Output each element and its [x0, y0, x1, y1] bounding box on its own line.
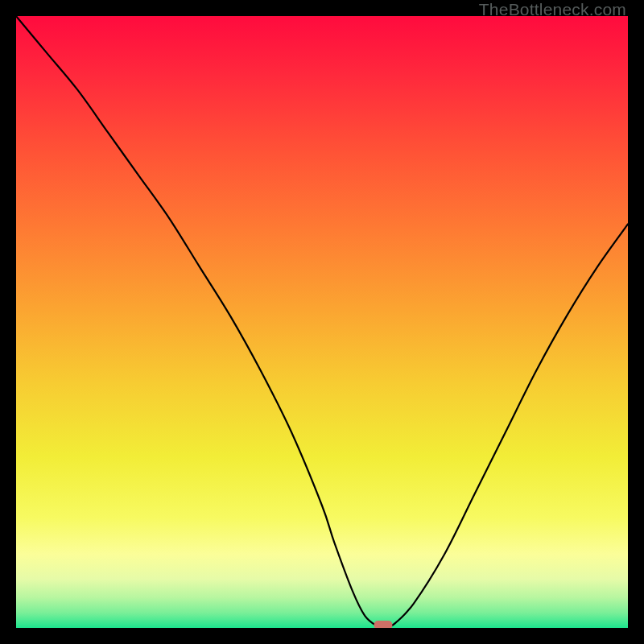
gradient-background — [16, 16, 628, 628]
bottleneck-chart — [16, 16, 628, 628]
optimal-marker — [374, 621, 393, 628]
chart-container — [16, 16, 628, 628]
